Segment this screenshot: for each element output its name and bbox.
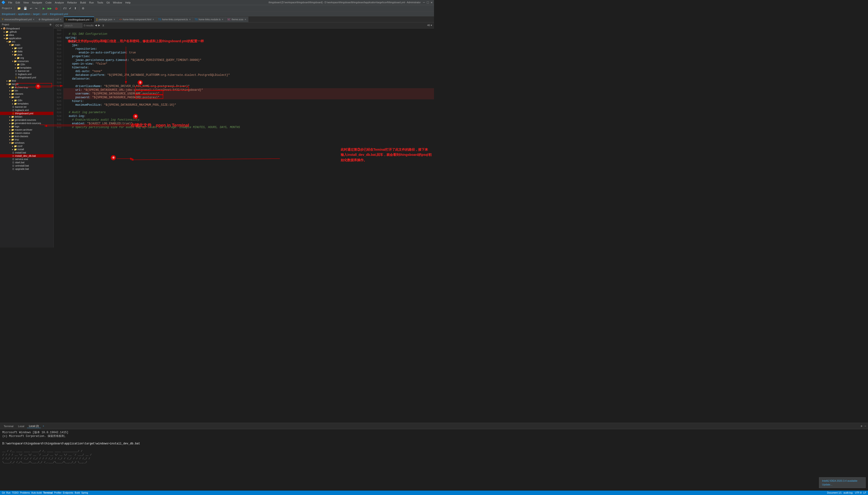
toolbar-redo[interactable]: ↪ (34, 6, 38, 11)
tab-conf[interactable]: ⚙ thingsboard.conf ✕ (37, 17, 64, 22)
tree-item-14[interactable]: 🗋logback.xml (0, 72, 53, 76)
tree-item-20[interactable]: ▸ 📁classes (0, 92, 53, 96)
toolbar-debug[interactable]: 🐞 (54, 6, 59, 11)
menu-help[interactable]: Help (124, 1, 132, 4)
tree-item-12[interactable]: ▸ 📁templates (0, 66, 53, 69)
menu-file[interactable]: File (7, 1, 14, 4)
tab-close-1[interactable]: ✕ (60, 18, 62, 21)
tab-theme[interactable]: SC theme.scss ✕ (226, 17, 248, 22)
tree-item-37[interactable]: ▸ 📁install (0, 148, 53, 151)
menu-navigate[interactable]: Navigate (31, 1, 44, 4)
search-nav-prev[interactable]: ◀ (95, 24, 97, 27)
toolbar-commit[interactable]: ✔ (68, 6, 72, 11)
breadcrumb-file[interactable]: thingsboard.yml (50, 13, 68, 15)
toolbar-run[interactable]: ▶▶ (47, 6, 53, 11)
line-number-506: 506 (54, 29, 64, 32)
menu-run[interactable]: Run (88, 1, 95, 4)
tree-item-0[interactable]: ▾ 📦thingsboard (0, 27, 53, 30)
filter-icon[interactable]: ⧖ (102, 24, 104, 27)
tree-item-2[interactable]: ▸ 📁idea (0, 33, 53, 37)
tab-package[interactable]: {} package.json ✕ (94, 17, 117, 22)
menu-view[interactable]: View (22, 1, 30, 4)
tree-item-18[interactable]: ▸ 📁archive-tmp (0, 86, 53, 89)
sidebar-settings-icon[interactable]: ⚙ (49, 23, 52, 26)
menu-analyze[interactable]: Analyze (53, 1, 65, 4)
close-btn[interactable]: ✕ (431, 0, 433, 4)
tree-item-19[interactable]: ▸ 📁bin (0, 89, 53, 92)
tree-item-34[interactable]: ▸ 📁tmp (0, 138, 53, 141)
toolbar-settings[interactable]: ⚙ (81, 6, 85, 11)
tree-item-29[interactable]: ▸ 📁generated-test-sources (0, 121, 53, 125)
tree-item-35[interactable]: ▾ 📂windows (0, 141, 53, 144)
breadcrumb-target[interactable]: target (33, 13, 39, 15)
code-editor[interactable]: 506507 # SQL DAO Configuration508spring:… (54, 29, 434, 248)
tree-item-36[interactable]: ▸ 📁conf (0, 144, 53, 148)
tree-item-41[interactable]: 🗋start.bat (0, 161, 53, 164)
tree-item-13[interactable]: 🗋banner.txt (0, 69, 53, 72)
search-input[interactable] (64, 23, 82, 28)
tab-close-7[interactable]: ✕ (244, 18, 246, 21)
tree-item-24[interactable]: 🗋banner.txt (0, 105, 53, 108)
menu-build[interactable]: Build (79, 1, 87, 4)
breadcrumb-thingsboard[interactable]: thingsboard (2, 13, 15, 15)
tab-close-5[interactable]: ✕ (189, 18, 191, 21)
tree-item-38[interactable]: 🗋install.bat (0, 151, 53, 154)
tree-item-27[interactable]: ▸ 📁debian (0, 115, 53, 118)
tree-item-42[interactable]: 🗋uninstall.bat (0, 164, 53, 167)
tree-item-22[interactable]: ▸ 📁i18n (0, 99, 53, 102)
menu-code[interactable]: Code (44, 1, 53, 4)
tree-item-43[interactable]: 🗋upgrade.bat (0, 167, 53, 171)
toolbar-undo[interactable]: ↩ (29, 6, 33, 11)
tree-item-25[interactable]: 🗋logback.xml (0, 108, 53, 112)
toolbar-git[interactable]: ⛙ (63, 6, 67, 11)
tree-item-33[interactable]: ▸ 📁test-classes (0, 135, 53, 138)
tree-item-32[interactable]: ▸ 📁maven-status (0, 131, 53, 135)
toolbar-build[interactable]: ▶ (42, 6, 46, 11)
tree-item-23[interactable]: ▸ 📁templates (0, 102, 53, 105)
maximize-btn[interactable]: □ (427, 1, 429, 4)
tab-close-3[interactable]: ✕ (113, 18, 115, 21)
menu-refactor[interactable]: Refactor (66, 1, 79, 4)
project-dropdown[interactable]: Project ▾ (2, 7, 12, 10)
tab-home-links-html[interactable]: <> home-links.component.html ✕ (117, 17, 156, 22)
tab-thingsboard-yml[interactable]: Y mini/thingsboard.yml ✕ (64, 17, 94, 22)
tree-item-11[interactable]: ▸ 📁i18n (0, 63, 53, 66)
tree-item-40[interactable]: 🗋service.exe (0, 157, 53, 161)
tab-close-6[interactable]: ✕ (222, 18, 223, 21)
tree-item-6[interactable]: ▸ 📁conf (0, 47, 53, 50)
tab-home-links-module[interactable]: TS home-links.module.ts ✕ (193, 17, 226, 22)
tree-item-26[interactable]: 🗋thingsboard.yml (0, 112, 53, 115)
tree-item-4[interactable]: ▾ 📂src (0, 40, 53, 43)
tree-item-3[interactable]: ▾ 📂application (0, 37, 53, 40)
toolbar-push[interactable]: ⬆ (73, 6, 77, 11)
tab-close-2[interactable]: ✕ (90, 18, 92, 21)
tree-item-17[interactable]: ▾ 📂target (0, 82, 53, 86)
menu-tools[interactable]: Tools (96, 1, 104, 4)
tab-close-4[interactable]: ✕ (152, 18, 154, 21)
tree-item-39[interactable]: 🗋install_dev_db.bat (0, 154, 53, 157)
tab-resources-yml[interactable]: Y resources/thingsboard.yml ✕ (0, 17, 37, 22)
menu-git[interactable]: Git (105, 1, 111, 4)
tree-item-1[interactable]: ▸ 📁.github (0, 30, 53, 33)
tree-item-16[interactable]: ▸ 📁test (0, 79, 53, 82)
tree-item-28[interactable]: ▸ 📁generated-sources (0, 118, 53, 121)
toolbar-save[interactable]: 💾 (23, 6, 28, 11)
menu-window[interactable]: Window (111, 1, 123, 4)
tab-home-links-ts[interactable]: TS home-links.component.ts ✕ (156, 17, 193, 22)
tree-item-31[interactable]: ▸ 📁maven-archiver (0, 128, 53, 131)
tree-item-8[interactable]: ▾ 📂java (0, 53, 53, 56)
tree-item-7[interactable]: ▸ 📁data (0, 50, 53, 53)
tree-item-15[interactable]: 🗋thingsboard.yml (0, 76, 53, 79)
tab-close-0[interactable]: ✕ (33, 18, 35, 21)
menu-edit[interactable]: Edit (14, 1, 21, 4)
tree-item-10[interactable]: ▾ 📂resources (0, 59, 53, 63)
tree-item-21[interactable]: ▾ 📂conf (0, 96, 53, 99)
breadcrumb-conf[interactable]: conf (42, 13, 47, 15)
minimize-btn[interactable]: ─ (423, 1, 425, 4)
tree-item-5[interactable]: ▾ 📂main (0, 43, 53, 47)
tree-item-30[interactable]: ▸ 📁logs (0, 125, 53, 128)
breadcrumb-application[interactable]: application (18, 13, 30, 15)
search-nav-next[interactable]: ▶ (98, 24, 100, 27)
toolbar-open[interactable]: 📁 (16, 6, 22, 11)
tree-item-9[interactable]: ▸ 📁org (0, 56, 53, 59)
